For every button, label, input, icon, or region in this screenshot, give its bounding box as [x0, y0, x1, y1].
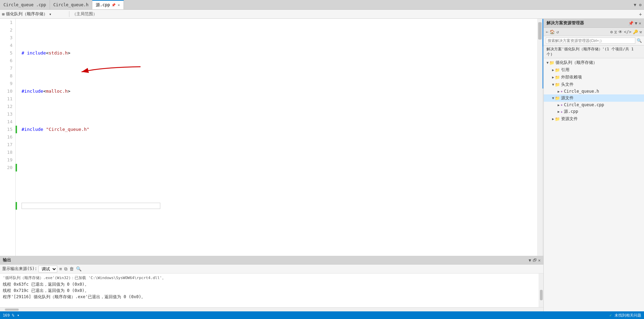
- status-right: ✓ 未找到相关问题: [609, 313, 641, 318]
- right-panel: 解决方案资源管理器 📌 ▼ ✕ ← 🏠 ↺ ⚙ ⧖ 👁 </> 🔑 ⚒: [543, 19, 644, 311]
- tab-yuan-cpp-label: 源.cpp: [96, 2, 110, 8]
- zoom-level[interactable]: 169 %: [3, 313, 14, 318]
- output-scrollbar[interactable]: [539, 274, 543, 307]
- green-bar-5: [16, 202, 17, 210]
- pt-props-icon[interactable]: ⚙: [610, 30, 613, 34]
- green-bar-3: [16, 126, 17, 133]
- settings-icon[interactable]: ⚙: [638, 2, 643, 8]
- circle-h-icon: ✦: [560, 89, 563, 94]
- tree-item-ext-deps[interactable]: ▶ 📁 外部依赖项: [544, 74, 644, 81]
- source-folder-icon: 📁: [555, 96, 560, 101]
- output-copy-icon[interactable]: ⧉: [64, 266, 67, 272]
- output-close-icon[interactable]: ✕: [538, 258, 541, 263]
- headers-folder-icon: 📁: [555, 82, 560, 87]
- status-text: 未找到相关问题: [615, 313, 641, 318]
- tree-label-resources: 资源文件: [561, 116, 578, 122]
- scroll-thumb[interactable]: [538, 22, 542, 40]
- tree-item-solution[interactable]: ▼ 📁 循化队列（顺序存储）: [544, 59, 644, 66]
- code-line-1: − # include<stdio.h>: [17, 49, 537, 57]
- line-9: 9: [0, 80, 12, 87]
- tree-arrow-solution[interactable]: ▼: [546, 61, 549, 65]
- pin-icon: 📌: [111, 3, 116, 7]
- output-find-icon[interactable]: 🔍: [76, 266, 82, 271]
- code-line-2: − #include<malloc.h>: [17, 87, 537, 95]
- line-18: 18: [0, 149, 12, 156]
- tree-item-yuan-cpp[interactable]: ▶ ✦ 源.cpp: [544, 108, 644, 115]
- output-hscrollbar[interactable]: [0, 307, 543, 311]
- tree-item-ref[interactable]: ▶ 📁 引用: [544, 66, 644, 74]
- output-line-3: 程序'[29116] 循化队列（顺序存储）.exe'已退出，返回值为 0 (0x…: [3, 294, 536, 300]
- line3-space: [43, 126, 46, 133]
- ext-folder-icon: 📁: [555, 75, 560, 80]
- tree-item-headers[interactable]: ▼ 📁 头文件: [544, 81, 644, 88]
- tab-circle-h[interactable]: Circle_queue.h: [50, 0, 92, 9]
- output-hscroll-thumb[interactable]: [5, 309, 19, 311]
- tree-arrow-circle-cpp[interactable]: ▶: [558, 103, 560, 107]
- output-dropdown-icon[interactable]: ▼: [529, 258, 531, 263]
- line-4: 4: [0, 42, 12, 49]
- dropdown-zoom-icon[interactable]: ▾: [17, 313, 19, 318]
- tab-bar-icons: ▼ ⚙: [632, 2, 644, 8]
- pt-code-icon[interactable]: </>: [624, 30, 632, 34]
- green-bar-4: [16, 164, 17, 171]
- output-wrap-icon[interactable]: ≡: [59, 266, 62, 271]
- line-17: 17: [0, 141, 12, 149]
- editor-area: 1 2 3 4 5 6 7 8 9 10 11 12 13 14: [0, 19, 543, 256]
- tree-label-circle-h: Circle_queue.h: [564, 89, 599, 94]
- tree-arrow-headers[interactable]: ▼: [552, 83, 554, 86]
- search-icon[interactable]: 🔍: [637, 38, 642, 43]
- pt-home-icon[interactable]: 🏠: [550, 30, 555, 34]
- file-dropdown[interactable]: ⊞ 循化队列（顺序存储） ▾: [2, 11, 51, 17]
- arrow-annotation: [36, 60, 141, 87]
- search-input[interactable]: [546, 37, 635, 44]
- output-source-select[interactable]: 调试: [39, 266, 57, 272]
- output-clear-icon[interactable]: 🗑: [69, 266, 74, 271]
- add-button[interactable]: +: [637, 11, 644, 17]
- tree-arrow-yuan-cpp[interactable]: ▶: [558, 110, 560, 114]
- line5-input[interactable]: [22, 203, 160, 209]
- pt-key-icon[interactable]: 🔑: [633, 30, 638, 34]
- tree-arrow-ext[interactable]: ▶: [552, 75, 554, 79]
- code-line-4: −: [17, 164, 537, 171]
- close-icon[interactable]: ✕: [118, 3, 120, 7]
- pt-git-icon[interactable]: ⚒: [639, 30, 642, 34]
- tab-yuan-cpp[interactable]: 源.cpp 📌 ✕: [92, 0, 124, 9]
- panel-dropdown-icon[interactable]: ▼: [635, 21, 637, 26]
- code-line-5[interactable]: −: [17, 202, 537, 210]
- tree-arrow-ref[interactable]: ▶: [552, 68, 554, 72]
- tree-item-circle-cpp[interactable]: ▶ ✦ Circle_queue.cpp: [544, 102, 644, 108]
- tree-item-resources[interactable]: ▶ 📁 资源文件: [544, 115, 644, 123]
- tree-label-source: 源文件: [561, 95, 574, 101]
- tree-item-circle-h[interactable]: ▶ ✦ Circle_queue.h: [544, 88, 644, 94]
- code-line-3: − #include "Circle_queue.h": [17, 126, 537, 133]
- pt-view-icon[interactable]: 👁: [618, 30, 622, 34]
- tree-arrow-circle-h[interactable]: ▶: [558, 90, 560, 93]
- yuan-cpp-icon: ✦: [560, 109, 563, 114]
- pt-back-icon[interactable]: ←: [546, 30, 548, 34]
- code-editor[interactable]: 1 2 3 4 5 6 7 8 9 10 11 12 13 14: [0, 19, 543, 256]
- line-numbers: 1 2 3 4 5 6 7 8 9 10 11 12 13 14: [0, 19, 16, 256]
- line-7: 7: [0, 65, 12, 72]
- tree-arrow-resources[interactable]: ▶: [552, 117, 554, 121]
- code-content[interactable]: − # include<stdio.h> − #include<malloc.h…: [16, 19, 537, 256]
- tab-circle-cpp[interactable]: Circle_queue .cpp: [0, 0, 50, 9]
- line-20: 20: [0, 164, 12, 171]
- tree-item-source[interactable]: ▼ 📁 源文件: [544, 94, 644, 102]
- line-15: 15: [0, 126, 12, 133]
- dropdown-icon[interactable]: ▼: [633, 2, 637, 8]
- resources-folder-icon: 📁: [555, 117, 560, 121]
- output-toolbar: 显示输出来源(S): 调试 ≡ ⧉ 🗑 🔍: [0, 265, 543, 274]
- tree-arrow-source[interactable]: ▼: [552, 96, 554, 100]
- output-scroll-thumb[interactable]: [540, 290, 543, 300]
- output-restore-icon[interactable]: 🗗: [533, 258, 537, 263]
- tab-bar: Circle_queue .cpp Circle_queue.h 源.cpp 📌…: [0, 0, 644, 10]
- line-5: 5: [0, 49, 12, 57]
- panel-close-icon[interactable]: ✕: [639, 21, 641, 26]
- pt-refresh-icon[interactable]: ↺: [556, 30, 559, 34]
- pt-filter-icon[interactable]: ⧖: [614, 30, 617, 34]
- panel-pin-icon[interactable]: 📌: [628, 21, 634, 26]
- tree-label-headers: 头文件: [561, 82, 574, 87]
- panel-toolbar: ← 🏠 ↺ ⚙ ⧖ 👁 </> 🔑 ⚒: [544, 28, 644, 36]
- tree-label-ref: 引用: [561, 67, 569, 73]
- tree-label-ext: 外部依赖项: [561, 74, 582, 80]
